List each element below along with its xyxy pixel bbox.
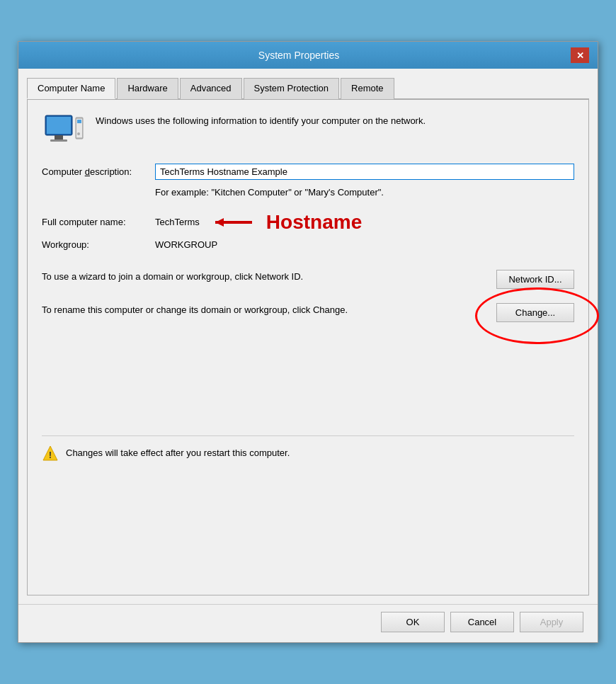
tab-computer-name[interactable]: Computer Name [27,78,115,99]
workgroup-row: Workgroup: WORKGROUP [42,239,574,250]
title-bar: System Properties ✕ [18,42,598,69]
tab-remote[interactable]: Remote [341,78,394,99]
change-button[interactable]: Change... [496,303,574,322]
svg-text:!: ! [49,450,52,460]
info-row: Windows uses the following information t… [42,114,574,149]
change-button-wrapper: Change... [496,303,574,322]
svg-rect-6 [77,120,81,123]
system-properties-dialog: System Properties ✕ Computer Name Hardwa… [18,41,598,643]
warning-text: Changes will take effect after you resta… [66,448,290,458]
tab-hardware[interactable]: Hardware [117,78,178,99]
change-text: To rename this computer or change its do… [42,303,348,318]
workgroup-value: WORKGROUP [155,239,217,250]
network-id-section: To use a wizard to join a domain or work… [42,270,574,289]
red-arrow [208,212,258,232]
network-id-button[interactable]: Network ID... [496,270,574,289]
hostname-annotation: Hostname [266,211,362,234]
info-text: Windows uses the following information t… [96,114,426,128]
svg-point-7 [77,132,80,135]
svg-marker-9 [215,218,224,227]
full-name-value: TechTerms [155,217,200,227]
tab-system-protection[interactable]: System Protection [244,78,340,99]
svg-rect-3 [50,139,67,142]
tab-advanced[interactable]: Advanced [180,78,242,99]
cancel-button[interactable]: Cancel [450,612,514,632]
hostname-area: TechTerms Hostname [155,211,362,234]
warning-icon: ! [42,445,59,462]
bottom-warning: ! Changes will take effect after you res… [42,435,574,462]
computer-description-input[interactable] [155,164,574,180]
svg-rect-2 [55,135,63,139]
full-name-label: Full computer name: [42,217,155,227]
computer-description-hint: For example: "Kitchen Computer" or "Mary… [155,186,574,200]
computer-description-group: Computer description: [42,164,574,180]
change-section: To rename this computer or change its do… [42,303,574,322]
dialog-body: Computer Name Hardware Advanced System P… [18,69,598,604]
dialog-title: System Properties [27,50,571,61]
tab-bar: Computer Name Hardware Advanced System P… [27,77,589,100]
computer-icon [42,114,84,149]
computer-description-label: Computer description: [42,164,155,177]
workgroup-label: Workgroup: [42,239,155,250]
ok-button[interactable]: OK [381,612,445,632]
apply-button[interactable]: Apply [520,612,583,632]
close-button[interactable]: ✕ [571,47,589,63]
tab-content-computer-name: Windows uses the following information t… [27,100,589,595]
arrow-icon [208,212,258,232]
dialog-footer: OK Cancel Apply [18,604,598,642]
full-name-row: Full computer name: TechTerms Hostname [42,211,574,234]
svg-rect-1 [47,117,71,134]
network-id-text: To use a wizard to join a domain or work… [42,270,303,285]
